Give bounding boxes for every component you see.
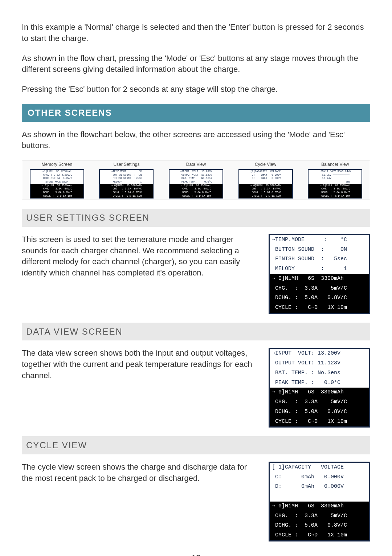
lcd-line: → 0]NiMH 6S 3300mAh xyxy=(270,274,369,284)
other-screens-p: As shown in the flowchart below, the oth… xyxy=(22,129,370,152)
lcd-line: → 0]NiMH 6S 3300mAh xyxy=(270,502,369,511)
data-view-heading: DATA VIEW SCREEN xyxy=(22,323,370,341)
flow-label-data: Data View xyxy=(161,162,231,168)
user-settings-heading: USER SETTINGS SCREEN xyxy=(22,209,370,227)
lcd-line: CHG. : 3.3A 5mV/C xyxy=(270,511,369,521)
lcd-line: CYCLE : C→D 1X 10m xyxy=(270,417,369,427)
lcd-line: CYCLE : C→D 1X 10m xyxy=(270,303,369,313)
lcd-line: PEAK TEMP. : 0.0°C xyxy=(270,378,369,388)
lcd-line: D: 0mAh 0.000V xyxy=(270,482,369,492)
flow-label-user: User Settings xyxy=(92,162,162,168)
cycle-view-lcd: [ 1]CAPACITY VOLTAGE C: 0mAh 0.000V D: 0… xyxy=(269,462,370,541)
intro-p2: As shown in the flow chart, pressing the… xyxy=(22,53,370,75)
intro-p1: In this example a 'Normal' charge is sel… xyxy=(22,22,370,44)
cycle-view-heading: CYCLE VIEW xyxy=(22,436,370,454)
user-settings-lcd: →TEMP.MODE : °C BUTTON SOUND : ON FINISH… xyxy=(269,234,370,314)
flow-chart: Memory Screen →1]LiPo 3S 2200mAh CHG. : … xyxy=(22,160,370,200)
data-view-p: The data view screen shows both the inpu… xyxy=(22,348,260,381)
lcd-line: BAT. TEMP. : No.Sens xyxy=(270,368,369,378)
lcd-line: DCHG. : 5.0A 0.8V/C xyxy=(270,293,369,303)
intro-p3: Pressing the 'Esc' button for 2 seconds … xyxy=(22,84,370,95)
page-number: 13 xyxy=(22,552,370,556)
lcd-line xyxy=(270,492,369,502)
flow-box-user: →TEMP.MODE : °C BUTTON SOUND : ON FINISH… xyxy=(99,169,154,199)
lcd-line: OUTPUT VOLT: 11.123V xyxy=(270,359,369,368)
cycle-view-p: The cycle view screen shows the charge a… xyxy=(22,462,260,484)
flow-box-balancer: 3S=11.845V 3S=3.944V 13.95V ─────────── … xyxy=(308,169,362,199)
lcd-line: → 0]NiMH 6S 3300mAh xyxy=(270,388,369,397)
lcd-line: →TEMP.MODE : °C xyxy=(270,235,369,245)
flow-box-memory: →1]LiPo 3S 2200mAh CHG. : 2.1A 4.20V/C D… xyxy=(30,169,84,199)
flow-box-data: →INPUT VOLT: 13.200V OUTPUT VOLT: 11.123… xyxy=(169,169,223,199)
lcd-line: →INPUT VOLT: 13.200V xyxy=(270,349,369,359)
lcd-line: [ 1]CAPACITY VOLTAGE xyxy=(270,463,369,473)
other-screens-heading: OTHER SCREENS xyxy=(22,104,370,122)
data-view-lcd: →INPUT VOLT: 13.200V OUTPUT VOLT: 11.123… xyxy=(269,348,370,428)
flow-label-memory: Memory Screen xyxy=(22,162,92,168)
lcd-line: C: 0mAh 0.000V xyxy=(270,473,369,482)
lcd-line: DCHG. : 5.0A 0.8V/C xyxy=(270,521,369,531)
lcd-line: CHG. : 3.3A 5mV/C xyxy=(270,284,369,294)
flow-box-cycle: [1]CAPACITY VOLTAGE C: 0mAh 0.000V D: 0m… xyxy=(238,169,293,199)
flow-label-cycle: Cycle View xyxy=(231,162,301,168)
lcd-line: FINISH SOUND : 5sec xyxy=(270,254,369,264)
lcd-line: DCHG. : 5.0A 0.8V/C xyxy=(270,407,369,417)
user-settings-p: This screen is used to set the temeratur… xyxy=(22,234,260,279)
flow-label-balancer: Balancer View xyxy=(300,162,370,168)
lcd-line: MELODY : 1 xyxy=(270,264,369,274)
lcd-line: BUTTON SOUND : ON xyxy=(270,245,369,255)
lcd-line: CYCLE : C→D 1X 10m xyxy=(270,531,369,540)
lcd-line: CHG. : 3.3A 5mV/C xyxy=(270,397,369,407)
